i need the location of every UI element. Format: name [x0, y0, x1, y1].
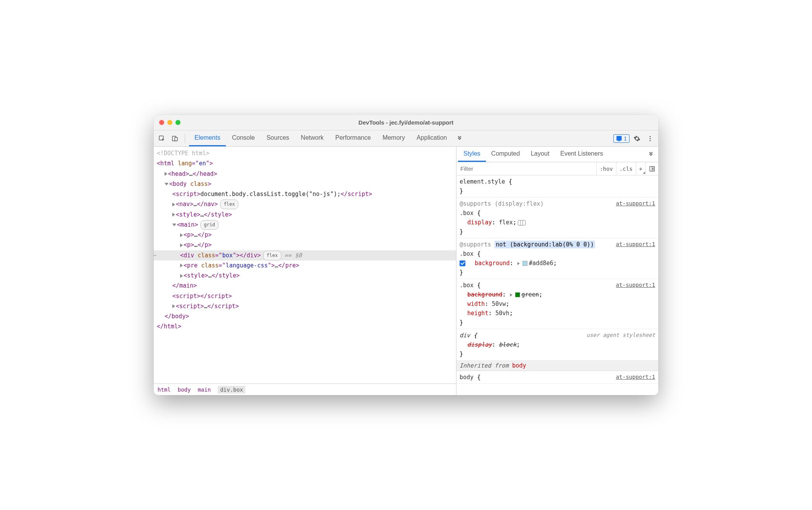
sub-tabs: StylesComputedLayoutEvent Listeners: [456, 147, 658, 162]
tab-application[interactable]: Application: [411, 130, 452, 146]
inspect-element-icon[interactable]: [156, 133, 168, 144]
tab-performance[interactable]: Performance: [330, 130, 377, 146]
breadcrumb: htmlbodymaindiv.box: [154, 383, 456, 395]
main-tabs: ElementsConsoleSourcesNetworkPerformance…: [189, 130, 452, 146]
source-link[interactable]: at-support:1: [616, 373, 655, 381]
more-subtabs-icon[interactable]: [645, 149, 657, 160]
css-rule[interactable]: at-support:1.box {background: green;widt…: [456, 279, 658, 329]
device-toolbar-icon[interactable]: [169, 133, 181, 144]
tab-sources[interactable]: Sources: [261, 130, 295, 146]
minimize-window[interactable]: [167, 120, 172, 125]
dom-line[interactable]: <script>document.body.classList.toggle("…: [154, 189, 456, 199]
cls-toggle[interactable]: .cls: [616, 162, 636, 175]
source-link[interactable]: at-support:1: [616, 199, 655, 208]
content-area: <!DOCTYPE html><html lang="en"><head>…</…: [154, 147, 658, 395]
dom-line[interactable]: <div class="box"></div>flex== $0: [154, 250, 456, 260]
kebab-menu-icon[interactable]: [644, 133, 656, 144]
dom-line[interactable]: <nav>…</nav>flex: [154, 199, 456, 209]
expand-arrow-icon[interactable]: [172, 224, 176, 226]
breadcrumb-item[interactable]: main: [198, 387, 211, 393]
layout-badge[interactable]: grid: [200, 220, 219, 230]
dom-line[interactable]: <p>…</p>: [154, 230, 456, 240]
filter-input[interactable]: [456, 162, 596, 175]
inherited-section: Inherited from body: [456, 361, 658, 371]
css-rule[interactable]: element.style {}: [456, 175, 658, 198]
svg-point-3: [650, 136, 651, 137]
styles-panel: StylesComputedLayoutEvent Listeners :hov…: [456, 147, 658, 395]
source-link[interactable]: at-support:1: [616, 240, 655, 248]
issues-count: 1: [624, 135, 627, 142]
rule-checkbox[interactable]: [460, 260, 465, 266]
dom-line[interactable]: <pre class="language-css">…</pre>: [154, 260, 456, 271]
tab-network[interactable]: Network: [295, 130, 329, 146]
color-swatch[interactable]: [515, 292, 520, 297]
inherited-from-link[interactable]: body: [512, 362, 526, 369]
subtab-styles[interactable]: Styles: [458, 147, 486, 162]
dom-line[interactable]: <html lang="en">: [154, 158, 456, 168]
layout-badge[interactable]: flex: [220, 199, 238, 209]
dom-line[interactable]: <body class>: [154, 179, 456, 189]
hov-toggle[interactable]: :hov: [596, 162, 616, 175]
breadcrumb-item[interactable]: html: [158, 387, 171, 393]
window-title: DevTools - jec.fyi/demo/at-support: [154, 119, 658, 126]
dom-line[interactable]: </html>: [154, 321, 456, 331]
dom-tree[interactable]: <!DOCTYPE html><html lang="en"><head>…</…: [154, 147, 456, 383]
styles-list[interactable]: element.style {}at-support:1@supports (d…: [456, 175, 658, 395]
expand-shorthand-icon[interactable]: [510, 293, 512, 297]
dom-line[interactable]: </main>: [154, 281, 456, 291]
dom-line[interactable]: <main>grid: [154, 220, 456, 230]
window: DevTools - jec.fyi/demo/at-support Eleme…: [154, 115, 658, 395]
svg-rect-2: [175, 137, 177, 141]
css-rule[interactable]: user agent stylesheetdiv {display: block…: [456, 329, 658, 361]
svg-point-4: [650, 138, 651, 139]
dom-line[interactable]: </body>: [154, 311, 456, 321]
expand-arrow-icon[interactable]: [172, 213, 175, 217]
flex-editor-icon[interactable]: [518, 220, 526, 226]
tab-elements[interactable]: Elements: [189, 130, 226, 146]
dom-line[interactable]: <!DOCTYPE html>: [154, 148, 456, 158]
issues-badge[interactable]: 1: [613, 134, 630, 143]
dom-line[interactable]: <p>…</p>: [154, 240, 456, 250]
expand-arrow-icon[interactable]: [180, 264, 183, 267]
expand-arrow-icon[interactable]: [172, 304, 175, 308]
css-rule[interactable]: at-support:1@supports (display:flex).box…: [456, 198, 658, 238]
dom-line[interactable]: <style>…</style>: [154, 210, 456, 220]
separator: [185, 134, 185, 143]
dom-line[interactable]: <style>…</style>: [154, 271, 456, 281]
expand-arrow-icon[interactable]: [165, 183, 168, 186]
svg-point-5: [650, 140, 651, 141]
css-rule[interactable]: at-support:1body {: [456, 371, 658, 384]
close-window[interactable]: [159, 120, 164, 125]
expand-arrow-icon[interactable]: [180, 233, 183, 237]
computed-toggle-icon[interactable]: [645, 162, 658, 175]
gear-icon[interactable]: [631, 133, 643, 144]
traffic-lights: [159, 120, 180, 125]
expand-arrow-icon[interactable]: [180, 243, 183, 247]
subtab-layout[interactable]: Layout: [525, 147, 555, 162]
source-link[interactable]: at-support:1: [616, 281, 655, 289]
color-swatch[interactable]: [522, 261, 527, 266]
dom-line[interactable]: <script></script>: [154, 291, 456, 301]
expand-arrow-icon[interactable]: [172, 203, 175, 206]
subtab-computed[interactable]: Computed: [486, 147, 526, 162]
tab-console[interactable]: Console: [227, 130, 260, 146]
zoom-window[interactable]: [175, 120, 180, 125]
layout-badge[interactable]: flex: [263, 251, 281, 260]
expand-arrow-icon[interactable]: [180, 274, 183, 278]
breadcrumb-item[interactable]: div.box: [218, 386, 245, 394]
dom-line[interactable]: <script>…</script>: [154, 301, 456, 311]
breadcrumb-item[interactable]: body: [178, 387, 191, 393]
tab-memory[interactable]: Memory: [377, 130, 410, 146]
main-toolbar: ElementsConsoleSourcesNetworkPerformance…: [154, 130, 658, 147]
css-rule[interactable]: at-support:1@supports not (background:la…: [456, 238, 658, 279]
expand-shorthand-icon[interactable]: [517, 262, 520, 265]
source-link: user agent stylesheet: [586, 331, 655, 339]
more-tabs-icon[interactable]: [454, 133, 465, 144]
titlebar: DevTools - jec.fyi/demo/at-support: [154, 115, 658, 130]
new-rule-button[interactable]: +: [636, 162, 645, 175]
expand-arrow-icon[interactable]: [165, 172, 167, 176]
subtab-event-listeners[interactable]: Event Listeners: [555, 147, 608, 162]
dom-line[interactable]: <head>…</head>: [154, 169, 456, 179]
filter-bar: :hov .cls +: [456, 162, 658, 175]
elements-panel: <!DOCTYPE html><html lang="en"><head>…</…: [154, 147, 456, 395]
